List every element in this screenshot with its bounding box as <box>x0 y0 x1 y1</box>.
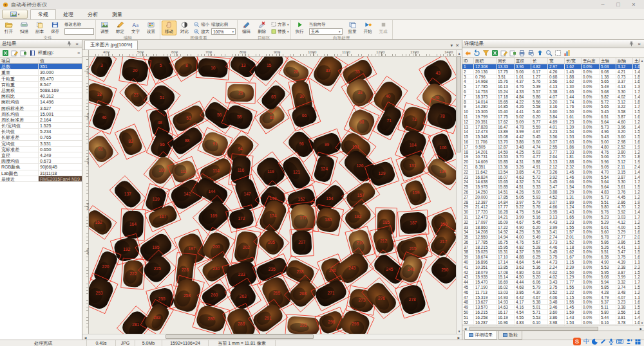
filter-icon[interactable] <box>482 50 489 57</box>
detail-row[interactable]: 2014.60915.854.315.883.131.880.0%5.963.1… <box>462 159 644 165</box>
detail-row[interactable]: 218.35113.363.264.912.122.320.0%5.052.11… <box>462 165 644 170</box>
detail-row[interactable]: 112.30813.333.964.822.971.620.0%5.033.12… <box>462 64 644 69</box>
detail-row[interactable]: 1611.70613.703.865.003.071.630.0%5.002.9… <box>462 140 644 145</box>
keyboard-icon[interactable] <box>616 339 623 344</box>
scroll-down-icon[interactable]: ▼ <box>639 320 644 325</box>
refresh-icon[interactable] <box>464 50 471 57</box>
summary-row[interactable]: 宽均值3.531 <box>0 141 82 147</box>
target-delete-button[interactable]: 删除 <box>254 21 269 35</box>
detail-row[interactable]: 2515.97815.854.515.333.471.540.0%5.643.6… <box>462 185 644 190</box>
tab-process[interactable]: 处理 <box>56 10 80 19</box>
summary-row[interactable]: 长标准差0.765 <box>0 134 82 140</box>
summary-row[interactable]: 宽标准差0.650 <box>0 147 82 152</box>
text-button[interactable]: Aa 文字 <box>128 21 143 35</box>
search-icon[interactable] <box>545 50 553 57</box>
close-icon[interactable]: × <box>74 41 80 47</box>
app-menu-button[interactable]: ▾ <box>2 10 28 19</box>
detail-row[interactable]: 4218.07917.084.806.034.021.500.0%5.953.8… <box>462 270 644 275</box>
tab-list-icon[interactable]: ▾ <box>451 43 453 48</box>
save-button[interactable]: 保存 <box>48 21 62 35</box>
select-area-icon[interactable] <box>554 50 562 57</box>
detail-row[interactable]: 4315.93515.144.505.204.021.290.0%5.083.9… <box>462 275 644 280</box>
wizard-select[interactable]: 玉米▾ <box>309 28 343 35</box>
summary-row[interactable]: 总数351 <box>0 64 82 69</box>
toolbox-grid-icon[interactable] <box>635 339 641 345</box>
tab-measure[interactable]: 测量 <box>105 10 129 19</box>
vertical-scrollbar[interactable]: ▲ ▼ <box>456 50 462 334</box>
detail-row[interactable]: 914.28014.854.265.583.161.760.0%5.653.22… <box>462 104 644 109</box>
detail-row[interactable]: 1119.79917.755.026.203.841.610.0%6.513.8… <box>462 114 644 120</box>
detail-row[interactable]: 3414.20814.924.255.363.411.570.0%5.603.2… <box>462 230 644 235</box>
ime-lang-icon[interactable]: 中 <box>583 338 589 345</box>
summary-row[interactable]: Lab颜色31|11|18 <box>0 170 82 176</box>
scan-button[interactable]: 扫描 <box>17 21 32 35</box>
detail-row[interactable]: 414.96815.764.375.763.561.620.0%5.653.37… <box>462 79 644 84</box>
start-button[interactable]: 开始 <box>361 21 375 35</box>
detail-row[interactable]: 2614.25014.514.265.003.881.290.0%4.833.7… <box>462 190 644 195</box>
zoom-ratio-select[interactable]: 100%▾ <box>211 28 236 35</box>
pen-icon[interactable] <box>600 338 606 345</box>
contrast-button[interactable]: 对比 <box>177 21 192 35</box>
replace-button[interactable]: 替换▾ <box>271 28 289 35</box>
horizontal-scroll-thumb[interactable] <box>166 334 314 339</box>
move-button[interactable]: 移动 <box>162 21 176 35</box>
detail-row[interactable]: 2720.00017.855.055.934.521.310.0%5.734.4… <box>462 195 644 200</box>
summary-row[interactable]: RGB颜色90|66|45 <box>0 164 82 170</box>
summary-row[interactable]: 长均值5.234 <box>0 129 82 134</box>
save-sheet-icon[interactable] <box>20 50 27 57</box>
summary-row[interactable]: 千粒重85.470 <box>0 76 82 82</box>
finish-button[interactable]: 完成 <box>376 21 391 35</box>
restore-button[interactable]: □ <box>611 0 626 9</box>
print-preview-icon[interactable] <box>527 50 535 57</box>
detail-row[interactable]: 5116.25816.194.555.533.861.430.0%5.443.8… <box>462 315 644 320</box>
summary-row[interactable]: 百粒重8.547 <box>0 82 82 87</box>
detail-row[interactable]: 4715.31914.934.424.674.061.150.0%4.794.0… <box>462 295 644 300</box>
seed-image[interactable]: 3581013151820232528303335384043464851535… <box>89 57 456 334</box>
summary-row[interactable]: 周长标准差2.164 <box>0 117 82 123</box>
zoom-in-button[interactable]: 放大 <box>194 28 209 35</box>
tab-scattered[interactable]: 散粒 <box>498 331 522 340</box>
batch-button[interactable]: 批量 <box>345 21 360 35</box>
detail-row[interactable]: 1015.30515.404.415.403.601.500.0%5.453.5… <box>462 109 644 114</box>
rename-input[interactable] <box>64 28 94 35</box>
vertical-scroll-thumb[interactable] <box>457 56 461 152</box>
detail-row[interactable]: 4611.71313.033.864.303.521.220.0%4.283.4… <box>462 290 644 295</box>
pin-icon[interactable] <box>66 41 72 47</box>
open-button[interactable]: 打开 <box>1 21 16 35</box>
minimize-button[interactable]: – <box>595 0 611 9</box>
calibrate-button[interactable]: 标定 <box>113 21 128 35</box>
database-book-icon[interactable] <box>29 50 36 57</box>
detail-row[interactable]: 1814.20114.594.255.033.771.330.0%4.763.8… <box>462 150 644 155</box>
scroll-up-icon[interactable]: ▲ <box>639 58 644 63</box>
undo-icon[interactable] <box>473 50 480 57</box>
detail-row[interactable]: 3318.86017.224.906.203.991.550.0%6.014.0… <box>462 225 644 230</box>
export-up-icon[interactable] <box>536 50 544 57</box>
adjust-button[interactable]: 调整 <box>97 21 112 35</box>
detail-scroll-thumb[interactable] <box>469 327 598 331</box>
detail-row[interactable]: 4517.19016.024.685.793.751.550.0%5.853.7… <box>462 285 644 290</box>
detail-row[interactable]: 718.37317.184.845.864.071.440.0%5.824.02… <box>462 95 644 100</box>
chart-icon[interactable] <box>564 50 571 57</box>
zoom-out-button[interactable]: 缩小 <box>194 21 209 28</box>
microphone-icon[interactable] <box>609 338 614 345</box>
detail-row[interactable]: 2414.63815.654.325.743.451.660.0%5.643.3… <box>462 179 644 185</box>
moon-icon[interactable] <box>592 338 598 345</box>
detail-row[interactable]: 1412.47313.893.994.973.231.540.0%4.963.2… <box>462 129 644 134</box>
detail-row[interactable]: 4110.35113.853.635.362.242.390.0%5.532.3… <box>462 265 644 270</box>
detail-row[interactable]: 3217.09716.094.675.454.431.230.0%5.294.1… <box>462 220 644 225</box>
target-edit-button[interactable]: 编辑 <box>239 21 254 35</box>
panel-menu-icon[interactable]: ≡ <box>77 51 80 55</box>
summary-row[interactable]: 长/宽均值1.525 <box>0 123 82 129</box>
detail-row[interactable]: 1515.34815.084.425.453.561.530.0%5.433.6… <box>462 134 644 140</box>
image-tab[interactable]: 玉米图片.jpg[100%] <box>84 40 138 50</box>
detail-row[interactable]: 614.75315.244.335.573.381.650.0%5.683.30… <box>462 89 644 95</box>
tab-analyze[interactable]: 分析 <box>80 10 105 19</box>
detail-row[interactable]: 30.7963.511.011.270.681.880.0%1.380.731.… <box>462 75 644 80</box>
detail-row[interactable]: 3918.67417.104.886.253.751.670.0%6.353.7… <box>462 255 644 260</box>
detail-row[interactable]: 5016.21516.174.545.713.601.590.0%5.803.5… <box>462 310 644 315</box>
detail-row[interactable]: 2921.41217.775.225.764.661.240.0%5.804.7… <box>462 205 644 210</box>
summary-row[interactable]: 面积比40.312 <box>0 93 82 99</box>
summary-row[interactable]: 周长均值15.001 <box>0 111 82 117</box>
detail-horizontal-scrollbar[interactable]: ◀ ▶ <box>462 325 644 331</box>
export-excel-icon[interactable] <box>491 50 498 57</box>
